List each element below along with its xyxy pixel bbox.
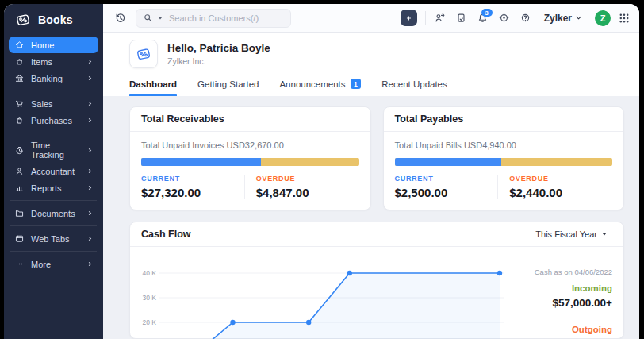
sidebar-item-banking[interactable]: Banking bbox=[9, 70, 98, 87]
recent-history-icon[interactable] bbox=[114, 12, 127, 25]
sidebar-item-purchases[interactable]: Purchases bbox=[9, 112, 98, 129]
help-icon[interactable] bbox=[519, 12, 531, 24]
sidebar-item-label: Reports bbox=[31, 183, 62, 193]
books-logo[interactable]: Books bbox=[4, 4, 103, 35]
tab-label: Recent Updates bbox=[381, 79, 447, 89]
dashboard-body: Total Receivables Total Unpaid Invoices … bbox=[103, 96, 639, 339]
sidebar-item-home[interactable]: Home bbox=[9, 37, 98, 53]
tab-label: Announcements bbox=[279, 79, 345, 89]
sidebar-item-web-tabs[interactable]: Web Tabs bbox=[9, 230, 98, 247]
cash-flow-summary: Cash as on 04/06/2022 Incoming $57,000.0… bbox=[504, 247, 623, 338]
reports-icon bbox=[14, 183, 25, 193]
sidebar-nav: HomeItemsBankingSalesPurchasesTime Track… bbox=[4, 35, 103, 272]
notification-badge: 3 bbox=[481, 9, 493, 17]
receivables-progress-bar bbox=[141, 158, 359, 166]
payables-subtitle: Total Unpaid Bills USD4,940.00 bbox=[395, 141, 613, 150]
fiscal-year-dropdown[interactable]: This Fiscal Year bbox=[531, 229, 612, 240]
sidebar-item-documents[interactable]: Documents bbox=[9, 205, 98, 222]
sidebar-separator bbox=[10, 133, 97, 133]
time-tracking-icon bbox=[14, 145, 25, 156]
payables-current-label: CURRENT bbox=[395, 175, 498, 183]
quick-create-button[interactable] bbox=[401, 10, 417, 26]
search-icon bbox=[143, 13, 153, 23]
chevron-right-icon bbox=[86, 168, 94, 175]
sidebar-item-sales[interactable]: Sales bbox=[9, 95, 98, 112]
chevron-right-icon bbox=[86, 235, 94, 242]
svg-text:20 K: 20 K bbox=[143, 318, 157, 326]
search-input[interactable] bbox=[167, 13, 284, 24]
purchases-icon bbox=[14, 115, 25, 125]
tab-recent-updates[interactable]: Recent Updates bbox=[381, 79, 447, 96]
payables-overdue-label: OVERDUE bbox=[509, 175, 612, 183]
chevron-right-icon bbox=[86, 75, 94, 82]
cash-flow-chart: 40 K30 K20 K10 K bbox=[130, 247, 504, 338]
receivables-overdue-label: OVERDUE bbox=[256, 175, 359, 183]
sidebar-separator bbox=[10, 225, 97, 226]
books-badge-icon bbox=[129, 40, 158, 68]
feedback-icon[interactable] bbox=[455, 12, 467, 24]
topbar-actions: 3 Zylker Z bbox=[401, 10, 630, 26]
sidebar-item-reports[interactable]: Reports bbox=[9, 179, 98, 196]
search-scope-caret-icon[interactable] bbox=[157, 15, 163, 21]
receivables-current-label: CURRENT bbox=[141, 175, 244, 183]
sidebar-item-label: More bbox=[31, 260, 51, 269]
chevron-right-icon bbox=[86, 260, 94, 268]
chevron-down-icon bbox=[575, 14, 582, 21]
chevron-down-icon bbox=[601, 231, 608, 237]
sidebar-separator bbox=[10, 91, 97, 91]
web-tabs-icon bbox=[14, 233, 25, 244]
notifications-icon[interactable]: 3 bbox=[477, 12, 489, 24]
sidebar-item-label: Web Tabs bbox=[31, 234, 70, 244]
banking-icon bbox=[14, 73, 25, 83]
svg-text:30 K: 30 K bbox=[143, 294, 157, 302]
payables-overdue-value: $2,440.00 bbox=[509, 186, 612, 199]
tab-dashboard[interactable]: Dashboard bbox=[129, 79, 177, 96]
sidebar-separator bbox=[10, 200, 97, 201]
cash-flow-card: Cash Flow This Fiscal Year 40 K30 K20 K1… bbox=[129, 222, 624, 339]
total-payables-card: Total Payables Total Unpaid Bills USD4,9… bbox=[383, 106, 625, 210]
avatar[interactable]: Z bbox=[595, 10, 611, 26]
payables-current-segment bbox=[395, 158, 502, 166]
sidebar-item-label: Documents bbox=[31, 209, 75, 218]
sidebar-item-label: Purchases bbox=[31, 116, 72, 125]
documents-icon bbox=[14, 208, 25, 218]
company-name: Zylker Inc. bbox=[167, 56, 270, 66]
incoming-value: $57,000.00+ bbox=[516, 297, 612, 309]
apps-grid-icon[interactable] bbox=[619, 13, 630, 24]
referral-icon[interactable] bbox=[434, 12, 446, 24]
settings-icon[interactable] bbox=[498, 12, 510, 24]
sidebar-item-label: Time Tracking bbox=[31, 141, 80, 160]
organization-switcher[interactable]: Zylker bbox=[539, 12, 587, 25]
payables-title: Total Payables bbox=[384, 107, 624, 132]
dashboard-tabs: DashboardGetting StartedAnnouncements1Re… bbox=[129, 79, 624, 96]
sidebar-item-more[interactable]: More bbox=[9, 256, 98, 272]
sidebar-item-items[interactable]: Items bbox=[9, 53, 98, 70]
outgoing-label: Outgoing bbox=[516, 325, 612, 334]
chevron-right-icon bbox=[86, 184, 94, 191]
topbar: 3 Zylker Z bbox=[103, 4, 639, 33]
sidebar-item-label: Sales bbox=[31, 99, 53, 109]
tab-announcements[interactable]: Announcements1 bbox=[279, 79, 361, 96]
receivables-title: Total Receivables bbox=[130, 107, 370, 132]
chevron-right-icon bbox=[86, 58, 94, 65]
chevron-right-icon bbox=[86, 210, 94, 217]
sidebar-separator bbox=[10, 251, 97, 252]
sidebar: Books HomeItemsBankingSalesPurchasesTime… bbox=[4, 4, 103, 339]
items-icon bbox=[14, 56, 25, 67]
summary-cards-row: Total Receivables Total Unpaid Invoices … bbox=[129, 106, 624, 210]
tab-getting-started[interactable]: Getting Started bbox=[197, 79, 259, 96]
tab-label: Dashboard bbox=[129, 79, 177, 89]
greeting-section: Hello, Patricia Boyle Zylker Inc. Dashbo… bbox=[103, 33, 639, 96]
tab-badge: 1 bbox=[351, 79, 362, 89]
chevron-right-icon bbox=[86, 100, 94, 107]
payables-current-value: $2,500.00 bbox=[395, 186, 498, 199]
cash-as-on-label: Cash as on 04/06/2022 bbox=[516, 268, 612, 276]
sidebar-item-time-tracking[interactable]: Time Tracking bbox=[9, 137, 98, 163]
cash-flow-title: Cash Flow bbox=[141, 229, 191, 240]
home-icon bbox=[14, 40, 25, 50]
sales-icon bbox=[14, 98, 25, 109]
zoho-books-window: Books HomeItemsBankingSalesPurchasesTime… bbox=[4, 4, 639, 339]
sidebar-item-accountant[interactable]: Accountant bbox=[9, 163, 98, 179]
sidebar-item-label: Banking bbox=[31, 74, 63, 83]
topbar-divider bbox=[425, 11, 426, 25]
